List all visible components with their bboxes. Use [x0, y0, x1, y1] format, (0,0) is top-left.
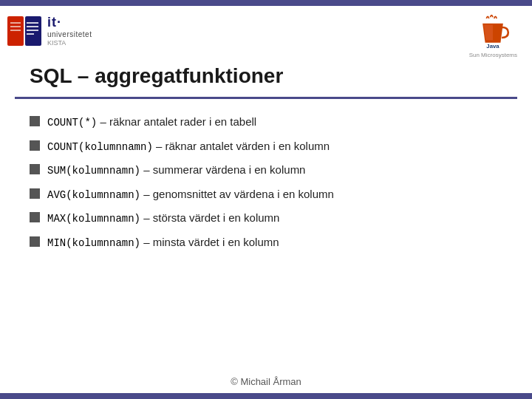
bullet-icon — [30, 164, 40, 174]
java-label-text: Sun Microsystems — [469, 52, 517, 58]
list-item: MAX(kolumnnamn) – största värdet i en ko… — [30, 210, 502, 227]
desc-text: – största värdet i en kolumn — [140, 211, 279, 224]
list-item: MIN(kolumnnamn) – minsta värdet i en kol… — [30, 234, 502, 251]
code-text: COUNT(*) — [47, 117, 97, 129]
bullet-content: COUNT(*) – räknar antalet rader i en tab… — [47, 114, 256, 131]
logo-kista-text: KISTA — [47, 39, 92, 47]
desc-text: – summerar värdena i en kolumn — [140, 163, 305, 176]
svg-rect-2 — [27, 22, 38, 24]
slide-title: SQL – aggregatfunktioner — [30, 64, 502, 88]
bullet-icon — [30, 212, 40, 222]
code-text: MIN(kolumnnamn) — [47, 237, 140, 249]
header-bar — [0, 0, 532, 6]
svg-rect-6 — [10, 22, 21, 24]
copyright-text: © Michail Årman — [231, 376, 301, 387]
bullet-icon — [30, 236, 40, 247]
logo-left: it· universitetet KISTA — [7, 13, 92, 49]
bullet-icon — [30, 116, 40, 126]
slide: it· universitetet KISTA Java Sun M — [0, 0, 532, 399]
code-text: MAX(kolumnnamn) — [47, 213, 140, 225]
svg-rect-7 — [10, 26, 21, 27]
logo-right: Java Sun Microsystems — [469, 13, 517, 58]
list-item: COUNT(*) – räknar antalet rader i en tab… — [30, 114, 502, 131]
code-text: AVG(kolumnnamn) — [47, 189, 140, 201]
bullet-content: SUM(kolumnnamn) – summerar värdena i en … — [47, 162, 305, 179]
bullet-content: MAX(kolumnnamn) – största värdet i en ko… — [47, 210, 279, 227]
desc-text: – räknar antalet rader i en tabell — [97, 115, 256, 128]
title-section: SQL – aggregatfunktioner — [0, 58, 532, 97]
content-area: COUNT(*) – räknar antalet rader i en tab… — [0, 99, 532, 370]
bullet-content: MIN(kolumnnamn) – minsta värdet i en kol… — [47, 234, 279, 251]
logo-universitetet-text: universitetet — [47, 30, 92, 39]
bottom-bar — [0, 393, 532, 399]
desc-text: – minsta värdet i en kolumn — [140, 236, 279, 248]
desc-text: – genomsnittet av värdena i en kolumn — [140, 188, 334, 200]
bullet-icon — [30, 188, 40, 199]
list-item: SUM(kolumnnamn) – summerar värdena i en … — [30, 162, 502, 179]
java-logo-icon: Java — [474, 13, 512, 52]
desc-text: – räknar antalet värden i en kolumn — [153, 140, 330, 152]
bullet-content: COUNT(kolumnnamn) – räknar antalet värde… — [47, 138, 330, 155]
svg-rect-4 — [27, 30, 38, 31]
bullet-list: COUNT(*) – räknar antalet rader i en tab… — [30, 114, 502, 251]
list-item: AVG(kolumnnamn) – genomsnittet av värden… — [30, 186, 502, 203]
logo-text-block: it· universitetet KISTA — [47, 15, 92, 47]
svg-rect-5 — [27, 33, 34, 35]
bullet-content: AVG(kolumnnamn) – genomsnittet av värden… — [47, 186, 334, 203]
list-item: COUNT(kolumnnamn) – räknar antalet värde… — [30, 138, 502, 155]
itu-logo-icon — [7, 13, 43, 49]
bullet-icon — [30, 140, 40, 151]
footer: © Michail Årman — [0, 370, 532, 393]
code-text: COUNT(kolumnnamn) — [47, 141, 153, 153]
svg-text:Java: Java — [487, 43, 500, 50]
logo-it-text: it· — [47, 15, 92, 31]
svg-rect-3 — [27, 26, 38, 27]
svg-rect-8 — [10, 30, 21, 31]
code-text: SUM(kolumnnamn) — [47, 165, 140, 177]
top-area: it· universitetet KISTA Java Sun M — [0, 6, 532, 58]
